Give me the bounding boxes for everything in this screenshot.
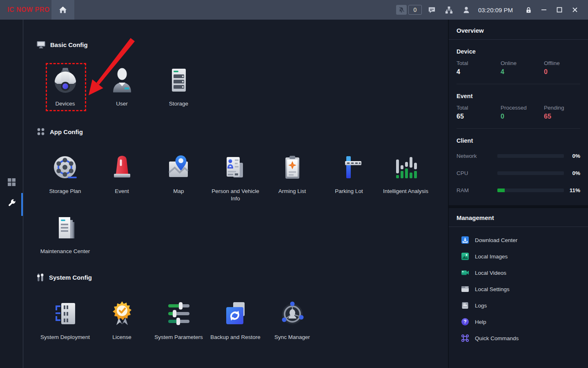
section-title: Basic Config <box>50 41 88 48</box>
dome-camera-icon <box>52 67 78 93</box>
medal-icon <box>109 301 135 327</box>
tile-license[interactable]: License <box>94 301 150 341</box>
maximize-button[interactable] <box>552 4 567 16</box>
tile-label: Storage Plan <box>49 188 81 195</box>
stat-value: 65 <box>457 113 501 120</box>
tile-system-deployment[interactable]: System Deployment <box>37 301 94 341</box>
tile-storage-plan[interactable]: Storage Plan <box>37 155 94 202</box>
minimize-icon <box>541 7 547 13</box>
section-app-config: App Config <box>37 128 83 136</box>
management-item-label: Logs <box>475 303 487 309</box>
management-item-label: Download Center <box>475 237 517 243</box>
maximize-icon <box>557 7 562 13</box>
minimize-button[interactable] <box>537 4 551 16</box>
svg-text:?: ? <box>463 319 466 325</box>
tile-parking-lot[interactable]: Parking Lot <box>321 155 377 202</box>
app-config-row: Storage Plan Event <box>37 155 434 202</box>
titlebar: IC NOW PRO 0 <box>0 0 588 20</box>
alarm-count: 0 <box>414 7 417 13</box>
management-item-logs[interactable]: Logs <box>461 297 588 314</box>
home-tab[interactable] <box>51 0 74 20</box>
wrench-icon <box>7 198 16 208</box>
apps-rail-button[interactable] <box>0 171 23 193</box>
management-item-local-videos[interactable]: Local Videos <box>461 265 588 281</box>
user-icon <box>109 67 135 93</box>
tile-label: System Parameters <box>154 334 203 341</box>
management-item-local-images[interactable]: Local Images <box>461 248 588 265</box>
app-logo: IC NOW PRO <box>0 4 47 16</box>
map-pin-icon <box>166 155 192 181</box>
ram-meter-track <box>497 188 564 192</box>
stat-value: 0 <box>544 68 580 76</box>
tile-storage[interactable]: Storage <box>150 67 207 108</box>
management-item-local-settings[interactable]: Local Settings <box>461 281 588 297</box>
window-settings-icon <box>461 285 469 293</box>
section-title: System Config <box>49 274 92 281</box>
siren-icon <box>109 155 135 181</box>
alarm-mute-button[interactable] <box>396 5 407 15</box>
config-rail-button[interactable] <box>0 192 23 215</box>
tile-arming-list[interactable]: Arming List <box>264 155 321 202</box>
server-deploy-icon <box>52 301 78 327</box>
tile-label: User <box>116 100 128 108</box>
management-item-help[interactable]: ? Help <box>461 314 588 330</box>
message-button[interactable] <box>425 4 439 16</box>
clock: 03:20:09 PM <box>478 7 513 13</box>
lock-button[interactable] <box>521 4 536 16</box>
close-icon <box>572 7 578 13</box>
barrier-icon <box>336 155 362 181</box>
stat-value: 0 <box>501 113 544 120</box>
stat-device-offline: Offline 0 <box>544 60 580 76</box>
management-item-quick-commands[interactable]: Quick Commands <box>461 330 588 346</box>
event-title: Event <box>457 93 580 99</box>
sliders-icon <box>166 301 192 327</box>
bell-slash-icon <box>398 7 405 13</box>
stat-event-pending: Pending 65 <box>544 105 580 120</box>
config-home: Basic Config <box>23 20 448 368</box>
tile-system-parameters[interactable]: System Parameters <box>150 301 207 341</box>
section-title: App Config <box>50 128 83 135</box>
lock-icon <box>525 7 532 13</box>
meter-ram: RAM 11% <box>457 182 580 199</box>
tile-user[interactable]: User <box>94 67 150 108</box>
tile-map[interactable]: Map <box>150 155 207 202</box>
tile-label: License <box>112 334 131 341</box>
tile-label: System Deployment <box>40 334 90 341</box>
help-icon: ? <box>461 318 469 326</box>
overview-title: Overview <box>449 20 588 40</box>
stat-device-total: Total 4 <box>457 60 501 76</box>
tile-intelligent-analysis[interactable]: Intelligent Analysis <box>377 155 434 202</box>
tile-label: Person and Vehicle Info <box>209 188 263 202</box>
close-button[interactable] <box>568 4 582 16</box>
network-meter-track <box>497 154 564 158</box>
tile-devices[interactable]: Devices <box>37 67 94 108</box>
stat-event-total: Total 65 <box>457 105 501 120</box>
user-account-button[interactable] <box>459 4 473 16</box>
tile-maintenance-center[interactable]: Maintenance Center <box>37 215 94 255</box>
client-summary: Client Network 0% CPU 0% RAM <box>449 129 588 199</box>
app-config-row-2: Maintenance Center <box>37 215 94 255</box>
system-config-row: System Deployment License <box>37 301 321 341</box>
tile-sync-manager[interactable]: Sync Manager <box>264 301 321 341</box>
tile-label: Storage <box>169 100 188 108</box>
chat-icon <box>428 6 436 14</box>
management-item-download-center[interactable]: Download Center <box>461 232 588 248</box>
active-rail-indicator <box>21 193 23 216</box>
tile-backup-restore[interactable]: Backup and Restore <box>207 301 264 341</box>
management-item-label: Local Images <box>475 254 508 260</box>
bar-chart-icon <box>393 155 419 181</box>
overview-panel: Overview Device Total 4 Online 4 Offline… <box>448 20 588 368</box>
monitor-icon <box>37 41 45 49</box>
tile-person-vehicle-info[interactable]: Person and Vehicle Info <box>207 155 264 202</box>
stat-value: 65 <box>544 113 580 120</box>
section-divider <box>449 205 588 208</box>
cpu-meter-track <box>497 171 564 175</box>
video-camera-icon <box>461 269 469 277</box>
image-icon <box>461 252 469 260</box>
alarm-count-badge[interactable]: 0 <box>408 5 422 15</box>
management-item-label: Local Videos <box>475 270 506 276</box>
basic-config-row: Devices User <box>37 67 207 108</box>
management-item-label: Quick Commands <box>475 335 519 341</box>
sitemap-button[interactable] <box>442 4 456 16</box>
tile-event[interactable]: Event <box>94 155 150 202</box>
